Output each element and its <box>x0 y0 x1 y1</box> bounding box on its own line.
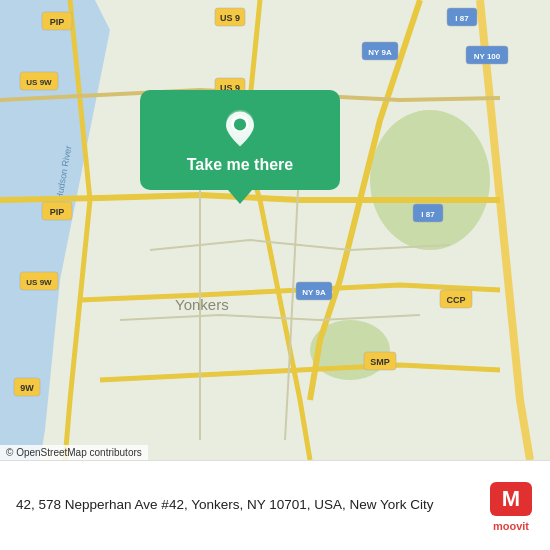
svg-text:SMP: SMP <box>370 357 390 367</box>
svg-text:9W: 9W <box>20 383 34 393</box>
svg-text:I 87: I 87 <box>421 210 435 219</box>
svg-text:NY 100: NY 100 <box>474 52 501 61</box>
svg-text:CCP: CCP <box>446 295 465 305</box>
svg-text:PIP: PIP <box>50 17 65 27</box>
popup-label: Take me there <box>187 156 293 174</box>
svg-text:M: M <box>502 486 520 511</box>
address-text: 42, 578 Nepperhan Ave #42, Yonkers, NY 1… <box>16 495 476 515</box>
svg-text:I 87: I 87 <box>455 14 469 23</box>
svg-text:NY 9A: NY 9A <box>302 288 326 297</box>
svg-point-3 <box>370 110 490 250</box>
svg-text:US 9: US 9 <box>220 13 240 23</box>
osm-credit-text: © OpenStreetMap contributors <box>6 447 142 458</box>
svg-point-36 <box>234 118 246 130</box>
svg-text:NY 9A: NY 9A <box>368 48 392 57</box>
location-pin-icon <box>220 108 260 148</box>
info-bar: 42, 578 Nepperhan Ave #42, Yonkers, NY 1… <box>0 460 550 550</box>
osm-attribution: © OpenStreetMap contributors <box>0 445 148 460</box>
svg-text:US 9W: US 9W <box>26 278 52 287</box>
svg-text:Yonkers: Yonkers <box>175 296 229 313</box>
map-background: Hudson River Yonkers PIP US 9W <box>0 0 550 460</box>
moovit-icon-svg: M <box>488 480 534 518</box>
map-container: Hudson River Yonkers PIP US 9W <box>0 0 550 460</box>
map-popup[interactable]: Take me there <box>140 90 340 190</box>
svg-text:US 9W: US 9W <box>26 78 52 87</box>
moovit-wordmark: moovit <box>493 520 529 532</box>
moovit-logo: M moovit <box>488 480 534 532</box>
svg-text:PIP: PIP <box>50 207 65 217</box>
